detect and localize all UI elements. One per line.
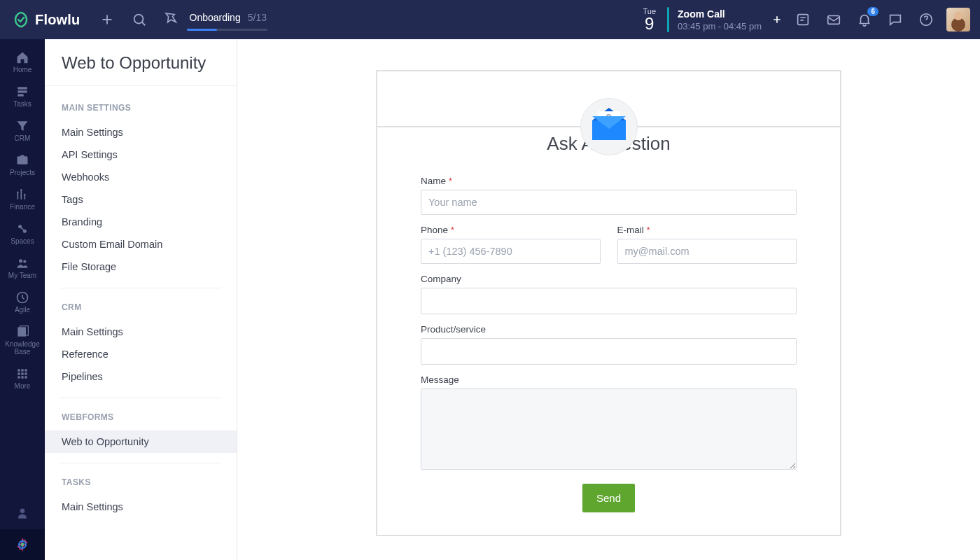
svg-point-10: [20, 189, 22, 191]
logo-icon: [13, 11, 29, 28]
page-title: Web to Opportunity: [45, 39, 237, 86]
rail-item-my-team[interactable]: My Team: [0, 251, 45, 285]
add-event-button[interactable]: [771, 14, 783, 25]
svg-point-0: [134, 15, 143, 24]
svg-point-14: [19, 259, 22, 262]
event-separator: [667, 7, 669, 32]
svg-rect-24: [24, 372, 27, 374]
logo[interactable]: Flowlu: [13, 11, 80, 28]
product-label: Product/service: [421, 324, 797, 335]
rail-item-projects[interactable]: Projects: [0, 148, 45, 182]
add-button[interactable]: [99, 11, 115, 28]
main-content: ? Ask A Question Name * Phone *: [237, 39, 980, 560]
group-divider: [60, 288, 221, 288]
svg-rect-26: [21, 376, 23, 378]
send-button[interactable]: Send: [582, 484, 635, 512]
phone-label: Phone *: [421, 225, 601, 235]
onboarding-count: 5/13: [248, 12, 267, 23]
settings-item-file-storage[interactable]: File Storage: [45, 255, 237, 278]
user-avatar[interactable]: [946, 8, 970, 31]
svg-point-9: [17, 191, 19, 193]
svg-rect-6: [18, 94, 23, 96]
svg-point-11: [24, 194, 26, 196]
help-icon[interactable]: [917, 10, 935, 29]
settings-item-tags[interactable]: Tags: [45, 188, 237, 211]
settings-item-main-settings[interactable]: Main Settings: [45, 321, 237, 343]
settings-item-branding[interactable]: Branding: [45, 211, 237, 233]
settings-item-main-settings[interactable]: Main Settings: [45, 121, 237, 144]
rail-item-knowledge-base[interactable]: Knowledge Base: [0, 319, 45, 361]
email-label: E-mail *: [617, 225, 797, 235]
settings-sidebar: Web to Opportunity MAIN SETTINGSMain Set…: [45, 39, 237, 560]
svg-rect-20: [21, 369, 23, 371]
svg-rect-8: [21, 155, 24, 158]
rail-item-agile[interactable]: Agile: [0, 285, 45, 319]
message-label: Message: [421, 374, 797, 385]
notifications-icon[interactable]: 6: [855, 10, 874, 29]
nav-rail: HomeTasksCRMProjectsFinanceSpacesMy Team…: [0, 39, 45, 560]
chat-icon[interactable]: [886, 10, 904, 29]
settings-item-web-to-opportunity[interactable]: Web to Opportunity: [45, 430, 237, 453]
rail-item-spaces[interactable]: Spaces: [0, 216, 45, 251]
rail-item-more[interactable]: More: [0, 361, 45, 396]
rail-item-crm[interactable]: CRM: [0, 113, 45, 148]
date-day: 9: [643, 15, 656, 32]
group-divider: [60, 463, 221, 463]
svg-rect-22: [18, 372, 20, 374]
date-block[interactable]: Tue 9: [643, 7, 656, 32]
notification-badge: 6: [867, 7, 878, 16]
svg-rect-27: [24, 376, 27, 378]
svg-rect-2: [828, 16, 840, 24]
svg-rect-19: [18, 369, 20, 371]
svg-rect-5: [18, 90, 27, 92]
settings-group-label: WEBFORMS: [45, 408, 237, 430]
rail-item-tasks[interactable]: Tasks: [0, 79, 45, 113]
apps-button[interactable]: [0, 498, 45, 529]
phone-input[interactable]: [421, 239, 601, 264]
settings-button[interactable]: [0, 529, 45, 560]
settings-group-label: TASKS: [45, 473, 237, 496]
settings-item-custom-email-domain[interactable]: Custom Email Domain: [45, 233, 237, 255]
svg-rect-21: [24, 369, 27, 371]
onboarding-progress: [187, 29, 267, 31]
settings-item-pipelines[interactable]: Pipelines: [45, 365, 237, 388]
svg-rect-25: [18, 376, 20, 378]
rail-item-home[interactable]: Home: [0, 45, 45, 79]
rail-item-finance[interactable]: Finance: [0, 182, 45, 216]
onboarding-label: Onboarding: [190, 12, 241, 23]
brand-name: Flowlu: [35, 12, 80, 28]
svg-rect-4: [18, 87, 27, 89]
company-input[interactable]: [421, 288, 797, 314]
topbar: Flowlu Onboarding 5/13 Tue 9 Zoom Call 0…: [0, 0, 980, 39]
name-input[interactable]: [421, 190, 797, 215]
search-button[interactable]: [131, 11, 148, 28]
svg-rect-7: [18, 156, 28, 164]
settings-group-label: MAIN SETTINGS: [45, 99, 237, 121]
onboarding-icon: [163, 9, 180, 26]
envelope-icon: ?: [580, 98, 638, 155]
upcoming-event[interactable]: Zoom Call 03:45 pm - 04:45 pm: [678, 8, 762, 31]
name-label: Name *: [421, 176, 797, 186]
settings-item-webhooks[interactable]: Webhooks: [45, 166, 237, 188]
settings-item-main-settings[interactable]: Main Settings: [45, 496, 237, 518]
event-title: Zoom Call: [678, 8, 762, 20]
settings-item-api-settings[interactable]: API Settings: [45, 144, 237, 166]
svg-point-15: [23, 260, 26, 262]
event-time: 03:45 pm - 04:45 pm: [678, 21, 762, 31]
svg-rect-23: [21, 372, 23, 374]
email-input[interactable]: [617, 239, 797, 264]
company-label: Company: [421, 274, 797, 284]
settings-group-label: CRM: [45, 298, 237, 321]
notes-icon[interactable]: [794, 10, 812, 29]
onboarding-widget[interactable]: Onboarding 5/13: [163, 9, 267, 31]
group-divider: [60, 398, 221, 398]
message-input[interactable]: [421, 388, 797, 470]
form-header-decoration: ?: [376, 98, 841, 155]
svg-rect-1: [798, 15, 808, 25]
settings-item-reference[interactable]: Reference: [45, 343, 237, 365]
product-input[interactable]: [421, 338, 797, 365]
mail-icon[interactable]: [825, 10, 843, 29]
